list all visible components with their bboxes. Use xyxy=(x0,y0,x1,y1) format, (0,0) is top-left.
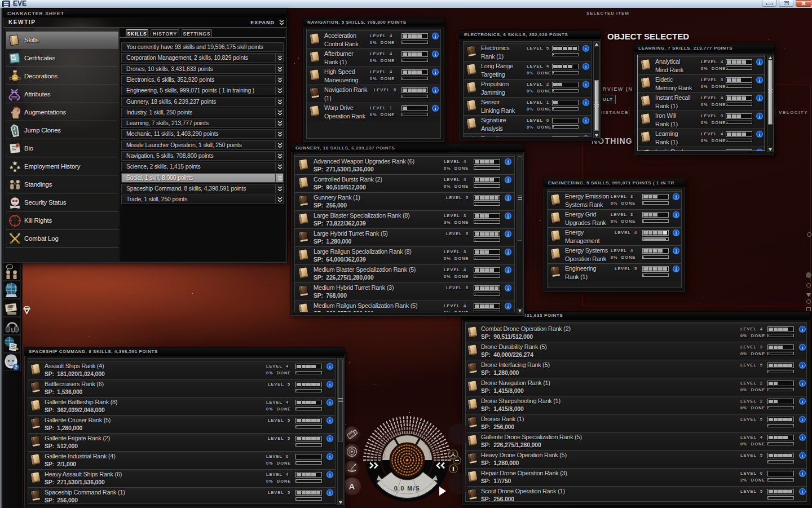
svg-text:?: ? xyxy=(14,364,17,370)
svg-text:0.0 M/S: 0.0 M/S xyxy=(394,485,421,492)
